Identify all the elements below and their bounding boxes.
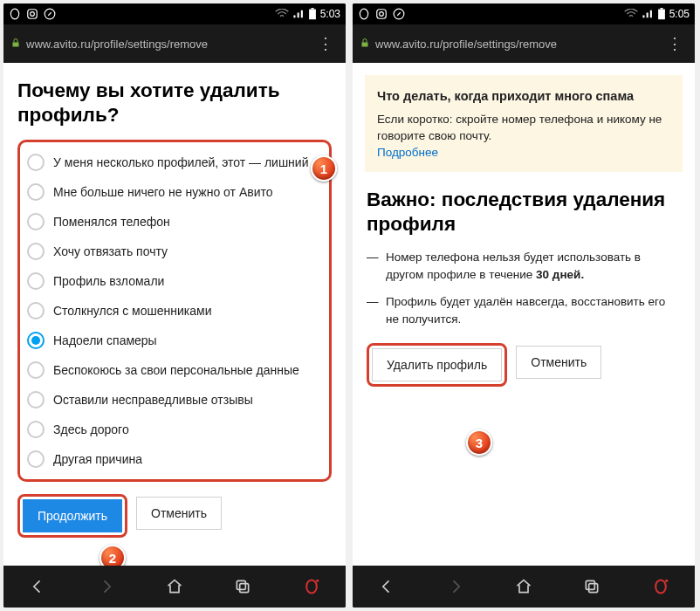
continue-highlight-frame: Продолжить bbox=[17, 494, 127, 538]
cancel-button[interactable]: Отменить bbox=[136, 497, 222, 530]
cancel-button[interactable]: Отменить bbox=[516, 346, 601, 379]
svg-rect-4 bbox=[309, 10, 316, 20]
page-title: Важно: последствия удаления профиля bbox=[367, 188, 681, 237]
svg-rect-7 bbox=[237, 580, 246, 589]
continue-button[interactable]: Продолжить bbox=[23, 499, 122, 532]
list-item: Профиль будет удалён навсегда, восстанов… bbox=[367, 293, 681, 327]
svg-point-9 bbox=[306, 580, 317, 594]
shazam-icon bbox=[44, 8, 56, 20]
radio-option[interactable]: Оставили несправедливые отзывы bbox=[25, 385, 324, 415]
browser-navbar bbox=[353, 566, 695, 608]
radio-icon bbox=[27, 272, 45, 290]
delete-highlight-frame: Удалить профиль bbox=[367, 343, 507, 387]
phone-right: 5:05 www.avito.ru/profile/settings/remov… bbox=[353, 3, 695, 608]
option-label: Надоели спамеры bbox=[53, 333, 157, 347]
instagram-icon bbox=[26, 8, 38, 20]
svg-point-21 bbox=[665, 580, 668, 582]
radio-icon bbox=[27, 332, 45, 349]
radio-icon bbox=[27, 450, 45, 468]
opera-icon bbox=[9, 8, 21, 20]
tabs-icon[interactable] bbox=[574, 578, 609, 595]
radio-option[interactable]: Столкнулся с мошенниками bbox=[25, 296, 324, 326]
option-label: Столкнулся с мошенниками bbox=[53, 304, 211, 318]
info-body: Если коротко: скройте номер телефона и н… bbox=[377, 112, 670, 145]
shazam-icon bbox=[393, 8, 405, 20]
battery-icon bbox=[308, 8, 317, 20]
signal-icon bbox=[642, 9, 654, 19]
page-content: Почему вы хотите удалить профиль? 1 У ме… bbox=[3, 63, 346, 566]
radio-option[interactable]: Мне больше ничего не нужно от Авито bbox=[25, 177, 324, 207]
phone-left: 5:03 www.avito.ru/profile/settings/remov… bbox=[3, 3, 346, 608]
info-link[interactable]: Подробнее bbox=[377, 146, 438, 159]
svg-rect-16 bbox=[660, 8, 662, 10]
instagram-icon bbox=[375, 8, 388, 20]
radio-icon bbox=[27, 361, 45, 379]
option-label: Беспокоюсь за свои персональные данные bbox=[53, 363, 299, 377]
option-label: Хочу отвязать почту bbox=[53, 244, 168, 258]
svg-rect-18 bbox=[587, 580, 595, 589]
radio-option[interactable]: Профиль взломали bbox=[25, 266, 324, 296]
home-icon[interactable] bbox=[506, 578, 541, 595]
option-label: Профиль взломали bbox=[53, 274, 164, 288]
radio-icon bbox=[27, 421, 45, 438]
url-text: www.avito.ru/profile/settings/remove bbox=[26, 38, 208, 51]
radio-icon bbox=[27, 154, 45, 171]
lock-icon bbox=[360, 38, 370, 51]
svg-point-20 bbox=[655, 580, 666, 594]
signal-icon bbox=[292, 9, 305, 19]
menu-dots-icon[interactable]: ⋮ bbox=[312, 36, 339, 51]
consequences-list: Номер телефона нельзя будет использовать… bbox=[367, 249, 681, 327]
radio-option[interactable]: Другая причина bbox=[25, 444, 324, 474]
opera-menu-icon[interactable] bbox=[294, 578, 329, 595]
svg-point-13 bbox=[380, 12, 384, 17]
radio-option[interactable]: Беспокоюсь за свои персональные данные bbox=[25, 355, 324, 385]
option-label: У меня несколько профилей, этот — лишний bbox=[53, 155, 309, 169]
svg-rect-15 bbox=[658, 10, 665, 20]
url-bar[interactable]: www.avito.ru/profile/settings/remove ⋮ bbox=[353, 24, 695, 63]
radio-icon bbox=[27, 183, 45, 201]
info-title: Что делать, когда приходит много спама bbox=[377, 87, 670, 105]
svg-rect-8 bbox=[240, 584, 249, 593]
svg-rect-12 bbox=[377, 10, 387, 19]
url-bar[interactable]: www.avito.ru/profile/settings/remove ⋮ bbox=[3, 24, 346, 63]
list-item: Номер телефона нельзя будет использовать… bbox=[367, 249, 681, 283]
option-label: Мне больше ничего не нужно от Авито bbox=[53, 185, 273, 199]
radio-icon bbox=[27, 243, 45, 260]
opera-menu-icon[interactable] bbox=[643, 578, 678, 595]
back-icon[interactable] bbox=[20, 578, 55, 595]
svg-point-0 bbox=[10, 9, 18, 19]
page-title: Почему вы хотите удалить профиль? bbox=[17, 79, 332, 127]
svg-rect-19 bbox=[589, 584, 598, 593]
svg-point-11 bbox=[360, 9, 367, 19]
svg-rect-6 bbox=[13, 42, 19, 46]
radio-option[interactable]: Поменялся телефон bbox=[25, 207, 324, 237]
annotation-badge-1: 1 bbox=[311, 155, 337, 182]
radio-option[interactable]: Надоели спамеры bbox=[25, 326, 324, 355]
options-highlight-frame: У меня несколько профилей, этот — лишний… bbox=[17, 140, 332, 482]
wifi-icon bbox=[624, 9, 638, 19]
option-label: Поменялся телефон bbox=[53, 215, 170, 229]
forward-icon[interactable] bbox=[89, 578, 124, 595]
option-label: Оставили несправедливые отзывы bbox=[53, 393, 253, 407]
radio-option[interactable]: У меня несколько профилей, этот — лишний bbox=[25, 148, 324, 177]
status-bar: 5:03 bbox=[3, 3, 346, 24]
delete-profile-button[interactable]: Удалить профиль bbox=[372, 348, 502, 381]
lock-icon bbox=[10, 38, 21, 51]
tabs-icon[interactable] bbox=[225, 578, 260, 595]
option-label: Здесь дорого bbox=[53, 422, 129, 436]
back-icon[interactable] bbox=[369, 578, 404, 595]
menu-dots-icon[interactable]: ⋮ bbox=[662, 36, 688, 51]
svg-point-2 bbox=[31, 12, 35, 17]
url-text: www.avito.ru/profile/settings/remove bbox=[375, 38, 557, 51]
radio-option[interactable]: Здесь дорого bbox=[25, 415, 324, 444]
home-icon[interactable] bbox=[157, 578, 192, 595]
opera-icon bbox=[358, 8, 370, 20]
forward-icon[interactable] bbox=[438, 578, 473, 595]
svg-point-10 bbox=[316, 580, 319, 582]
annotation-badge-3: 3 bbox=[466, 429, 492, 456]
radio-icon bbox=[27, 213, 45, 230]
svg-rect-1 bbox=[28, 10, 38, 19]
radio-option[interactable]: Хочу отвязать почту bbox=[25, 237, 324, 266]
svg-rect-5 bbox=[311, 8, 313, 10]
clock: 5:03 bbox=[320, 8, 340, 20]
